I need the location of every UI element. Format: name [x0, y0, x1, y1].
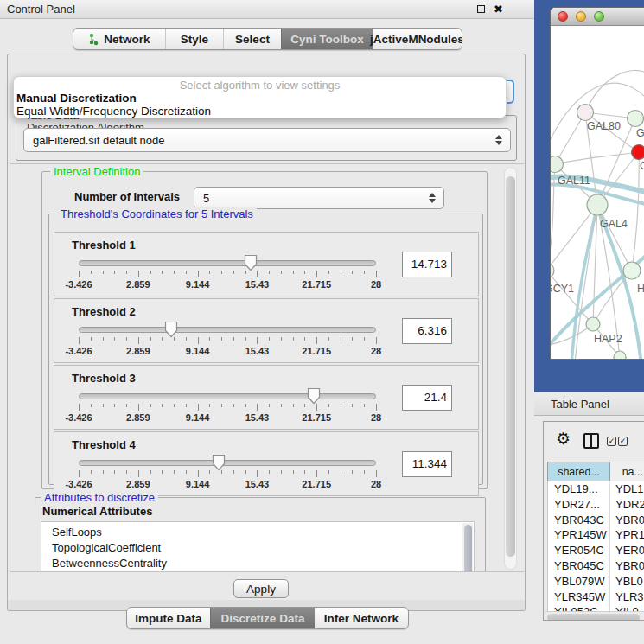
node-label: GAL11 — [558, 175, 590, 187]
number-of-intervals-label: Number of Intervals — [74, 190, 180, 203]
network-node-gal80[interactable] — [577, 105, 594, 121]
slider-tick-labels: -3.4262.8599.14415.4321.71528 — [54, 346, 478, 356]
tab-impute-data[interactable]: Impute Data — [127, 608, 210, 628]
threshold-value-field[interactable]: 21.4 — [402, 385, 452, 411]
stepper-arrows-icon — [425, 193, 439, 203]
network-node[interactable] — [614, 351, 626, 360]
tab-cyni-toolbox[interactable]: Cyni Toolbox — [281, 29, 373, 49]
network-node-c[interactable] — [632, 145, 644, 160]
network-node-gcy1[interactable] — [551, 263, 554, 278]
threshold-label: Threshold 3 — [72, 372, 136, 385]
network-canvas[interactable]: GAL80GACGAL11GAL4GCY1HHAP2 — [551, 26, 644, 360]
slider-track[interactable] — [79, 327, 376, 333]
number-of-intervals-value: 5 — [203, 192, 425, 205]
slider-track[interactable] — [79, 260, 376, 266]
column-header-name[interactable]: na... — [610, 462, 644, 481]
slider-tick-labels: -3.4262.8599.14415.4321.71528 — [54, 412, 478, 423]
checkbox-icon[interactable]: ✓ — [607, 437, 616, 446]
network-node-ga[interactable] — [628, 111, 644, 127]
column-header-shared-name[interactable]: shared... — [548, 462, 610, 481]
network-node-gal4[interactable] — [587, 194, 608, 215]
zoom-traffic-light-icon[interactable] — [594, 11, 604, 22]
panel-title: Control Panel — [7, 3, 477, 16]
node-label: GCY1 — [551, 283, 574, 295]
network-view-window: GAL80GACGAL11GAL4GCY1HHAP2 — [550, 7, 644, 360]
threshold-label: Threshold 4 — [72, 438, 136, 451]
table-row[interactable]: YDR27...YDR2 — [548, 497, 644, 513]
close-traffic-light-icon[interactable] — [558, 11, 568, 22]
bottom-tab-bar: Impute DataDiscretize DataInfer Network — [126, 607, 409, 629]
attribute-item-betweennesscentrality[interactable]: BetweennessCentrality — [52, 556, 474, 571]
table-row[interactable]: YDL19...YDL1 — [548, 481, 644, 497]
slider-track[interactable] — [79, 393, 376, 399]
table-row[interactable]: YBL079WYBL0 — [548, 574, 644, 590]
node-label: HAP2 — [594, 333, 622, 345]
control-panel: Control Panel ✖ NetworkStyleSelectCyni T… — [0, 0, 534, 644]
apply-button[interactable]: Apply — [233, 579, 289, 598]
settings-scroll-area: Interval Definition Number of Intervals … — [10, 163, 524, 572]
network-node-hap2[interactable] — [586, 317, 600, 331]
slider-thumb-icon[interactable] — [244, 254, 258, 271]
table-row[interactable]: YLR345WYLR3 — [548, 590, 644, 605]
node-label: H — [637, 283, 644, 295]
checkbox-icon[interactable]: ✓ — [618, 437, 628, 446]
threshold-box: Threshold 1 -3.4262.8599.14415.4321.7152… — [54, 232, 479, 296]
network-window-titlebar[interactable] — [551, 8, 644, 26]
network-node-h[interactable] — [623, 262, 641, 279]
numerical-attributes-heading: Numerical Attributes — [42, 505, 152, 518]
slider-thumb-icon[interactable] — [212, 454, 226, 471]
attribute-item-topologicalcoefficient[interactable]: TopologicalCoefficient — [52, 540, 474, 556]
tab-select[interactable]: Select — [223, 29, 281, 49]
network-icon — [88, 33, 99, 46]
threshold-value-field[interactable]: 6.316 — [402, 318, 452, 344]
algorithm-option-equal-width-frequency-discretization[interactable]: Equal Width/Frequency Discretization — [14, 105, 506, 118]
slider-tick-labels: -3.4262.8599.14415.4321.71528 — [54, 479, 478, 489]
slider-thumb-icon[interactable] — [164, 321, 178, 338]
stepper-arrows-icon — [492, 135, 506, 145]
node-label: GA — [636, 127, 644, 139]
number-of-intervals-combobox[interactable]: 5 — [194, 187, 444, 209]
gear-icon[interactable]: ⚙ — [556, 429, 571, 448]
table-row[interactable]: YER054CYER0 — [548, 543, 644, 558]
tab-jactivemnodules[interactable]: jActiveMNodules — [373, 29, 462, 49]
minimize-traffic-light-icon[interactable] — [576, 11, 586, 22]
tab-infer-network[interactable]: Infer Network — [315, 608, 408, 628]
threshold-value-field[interactable]: 14.713 — [402, 252, 452, 277]
top-tab-bar: NetworkStyleSelectCyni ToolboxjActiveMNo… — [73, 28, 462, 50]
table-row[interactable]: YBR045CYBR0 — [548, 558, 644, 574]
table-panel: ⚙ ✓ ✓ shared... na... YDL19...YDL1YDR27.… — [543, 421, 644, 621]
attributes-list-scrollbar[interactable] — [462, 523, 473, 572]
split-columns-icon[interactable] — [583, 433, 599, 449]
table-row[interactable]: YBR043CYBR0 — [548, 513, 644, 528]
attributes-group: Attributes to discretize Numerical Attri… — [35, 497, 486, 572]
thresholds-group-title: Threshold's Coordinates for 5 Intervals — [57, 207, 257, 220]
node-label: GAL80 — [587, 120, 621, 132]
threshold-box: Threshold 3 -3.4262.8599.14415.4321.7152… — [54, 365, 479, 430]
table-panel-title: Table Panel — [551, 398, 609, 411]
threshold-box: Threshold 2 -3.4262.8599.14415.4321.7152… — [54, 298, 479, 363]
table-row[interactable]: YPR145WYPR1 — [548, 527, 644, 543]
float-window-icon[interactable] — [477, 5, 485, 13]
threshold-value-field[interactable]: 11.344 — [402, 451, 452, 477]
table-data-combobox[interactable]: galFiltered.sif default node — [23, 128, 511, 152]
table-panel-titlebar: Table Panel — [534, 392, 644, 416]
slider-thumb-icon[interactable] — [307, 387, 321, 405]
tab-network[interactable]: Network — [73, 29, 165, 49]
node-table: shared... na... YDL19...YDL1YDR27...YDR2… — [547, 462, 644, 620]
threshold-label: Threshold 1 — [72, 239, 136, 252]
slider-track[interactable] — [79, 460, 376, 466]
attribute-item-selfloops[interactable]: SelfLoops — [52, 525, 474, 540]
dropdown-prompt: Select algorithm to view settings — [14, 79, 506, 92]
tab-style[interactable]: Style — [165, 29, 223, 49]
vertical-scrollbar[interactable] — [504, 167, 517, 570]
network-node-gal11[interactable] — [551, 156, 564, 173]
horizontal-scrollbar[interactable] — [545, 611, 644, 621]
tab-discretize-data[interactable]: Discretize Data — [210, 608, 315, 628]
algorithm-option-manual-discretization[interactable]: Manual Discretization — [14, 92, 506, 105]
table-data-group: Table Data galFiltered.sif default node — [16, 115, 517, 161]
node-label: C — [640, 160, 644, 172]
close-icon[interactable]: ✖ — [494, 3, 503, 15]
slider-tick-labels: -3.4262.8599.14415.4321.71528 — [54, 279, 478, 290]
node-label: GAL4 — [600, 218, 628, 230]
interval-definition-group: Interval Definition Number of Intervals … — [41, 171, 488, 489]
